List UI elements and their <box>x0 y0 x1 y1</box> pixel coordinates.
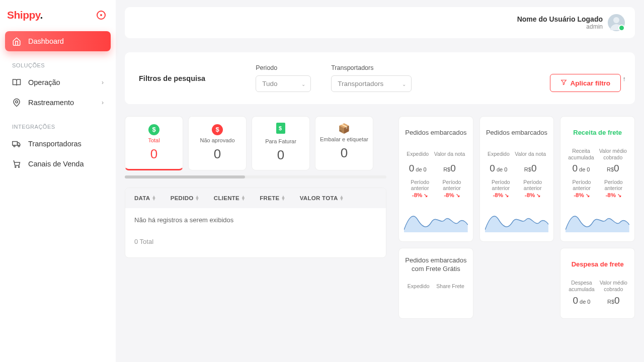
metric-prev-label: Período anterior <box>517 179 548 191</box>
metric-prev-label: Período anterior <box>485 179 517 191</box>
sort-icon: ▲▼ <box>241 196 246 201</box>
metric-card: Pedidos embarcadosExpedido0 de 0Valor da… <box>398 116 473 242</box>
truck-icon <box>12 139 21 148</box>
brand-logo: Shippy. <box>7 9 43 21</box>
metric-value: 0 de 0 <box>566 295 597 306</box>
transportadors-select[interactable]: Transportadors⌄ <box>331 75 412 92</box>
sidebar-item-rastreamento[interactable]: Rastreamento › <box>5 93 111 113</box>
metric-card: Receita de freteReceita acumulada0 de 0V… <box>560 116 635 242</box>
metric-card: Despesa de freteDespesa acumulada0 de 0V… <box>560 248 635 318</box>
target-icon[interactable] <box>97 11 106 20</box>
table-column-header[interactable]: DATA▲▼ <box>134 195 156 201</box>
arrow-down-right-icon: ↘ <box>424 193 428 198</box>
table-column-header[interactable]: CLIENTE▲▼ <box>214 195 246 201</box>
metric-col-label: Expedido <box>408 280 430 293</box>
sidebar-item-canais[interactable]: Canais de Venda <box>5 154 111 174</box>
sidebar: Shippy. Dashboard SOLUÇÕES Operação › Ra… <box>0 0 116 362</box>
arrow-down-right-icon: ↘ <box>586 193 590 198</box>
arrow-down-right-icon: ↘ <box>617 193 621 198</box>
table-column-header[interactable]: FRETE▲▼ <box>260 195 285 201</box>
metric-card: Pedidos embarcadosExpedido0 de 0Valor da… <box>479 116 554 242</box>
metric-delta: -8% ↘ <box>436 192 467 198</box>
metric-value: R$0 <box>597 163 629 174</box>
metric-card: Pedidos embarcados com Frete GrátisExped… <box>398 248 473 318</box>
sidebar-item-label: Canais de Venda <box>28 160 84 168</box>
filters-panel: Filtros de pesquisa Periodo Tudo⌄ Transp… <box>125 52 635 104</box>
metric-value: 0 de 0 <box>407 163 429 174</box>
svg-point-0 <box>16 101 18 103</box>
horizontal-scrollbar[interactable] <box>125 175 386 178</box>
sidebar-item-label: Rastreamento <box>28 99 74 107</box>
svg-point-2 <box>14 145 15 147</box>
apply-filter-button[interactable]: Aplicar filtro <box>550 74 621 92</box>
filters-title: Filtros de pesquisa <box>139 74 205 82</box>
sidebar-item-label: Transportadoras <box>28 140 82 148</box>
sidebar-item-label: Dashboard <box>28 37 64 45</box>
metric-value: 0 de 0 <box>488 163 510 174</box>
svg-point-3 <box>18 145 20 147</box>
metric-delta: -8% ↘ <box>404 192 436 198</box>
stat-value: 0 <box>129 146 179 162</box>
chevron-right-icon: › <box>102 79 104 86</box>
collapse-arrow-icon[interactable]: ↑ <box>623 74 626 82</box>
metric-prev-label: Período anterior <box>598 179 629 191</box>
stat-value: 0 <box>319 145 369 161</box>
sidebar-item-transportadoras[interactable]: Transportadoras <box>5 134 111 154</box>
metric-col-label: Expedido <box>488 148 510 161</box>
stat-value: 0 <box>193 146 242 162</box>
sidebar-item-dashboard[interactable]: Dashboard <box>5 31 111 51</box>
user-name: Nome do Usuário Logado <box>517 15 603 23</box>
metric-value: 0 de 0 <box>566 163 596 174</box>
chevron-down-icon: ⌄ <box>402 81 406 86</box>
metric-col-label: Valor da nota <box>515 148 546 161</box>
table-column-header[interactable]: PEDIDO▲▼ <box>171 195 200 201</box>
stat-card[interactable]: 📦Embalar e etiquetar0 <box>315 116 373 170</box>
arrow-down-right-icon: ↘ <box>456 193 460 198</box>
metric-title: Despesa de frete <box>566 255 629 274</box>
invoice-icon <box>276 123 285 134</box>
metric-delta: -8% ↘ <box>485 192 517 198</box>
metric-delta: -8% ↘ <box>566 192 597 198</box>
metric-value: R$0 <box>598 295 629 306</box>
cart-icon <box>12 159 21 168</box>
periodo-select[interactable]: Tudo⌄ <box>256 75 311 92</box>
topbar: Nome do Usuário Logado admin <box>125 7 635 38</box>
user-block[interactable]: Nome do Usuário Logado admin <box>517 14 625 31</box>
user-role: admin <box>517 23 603 30</box>
metric-title: Pedidos embarcados <box>485 124 549 142</box>
metric-col-label: Despesa acumulada <box>566 280 597 293</box>
stat-label: Total <box>129 137 179 143</box>
stat-card[interactable]: $Total0 <box>125 116 183 170</box>
svg-point-4 <box>15 166 16 167</box>
sidebar-item-operacao[interactable]: Operação › <box>5 72 111 93</box>
avatar[interactable] <box>608 14 625 31</box>
home-icon <box>12 37 21 46</box>
sort-icon: ▲▼ <box>195 196 200 201</box>
sparkline-chart <box>485 207 549 232</box>
metric-col-label: Valor médio cobrado <box>598 280 629 293</box>
dollar-icon: $ <box>212 124 223 135</box>
metric-delta: -8% ↘ <box>517 192 548 198</box>
table-column-header[interactable]: VALOR TOTA▲▼ <box>300 195 344 201</box>
sort-icon: ▲▼ <box>281 196 286 201</box>
metric-title: Pedidos embarcados com Frete Grátis <box>404 255 468 274</box>
orders-table: DATA▲▼PEDIDO▲▼CLIENTE▲▼FRETE▲▼VALOR TOTA… <box>125 188 386 258</box>
arrow-down-right-icon: ↘ <box>505 193 509 198</box>
sort-icon: ▲▼ <box>340 196 344 201</box>
filter-icon <box>560 79 567 87</box>
metric-col-label: Valor da nota <box>434 148 465 161</box>
book-icon <box>12 78 21 87</box>
box-icon: 📦 <box>338 123 350 134</box>
metric-prev-label: Período anterior <box>436 179 467 191</box>
stat-card[interactable]: $Não aprovado0 <box>188 116 247 170</box>
sparkline-chart <box>404 207 468 232</box>
metric-col-label: Valor médio cobrado <box>597 148 629 161</box>
chevron-down-icon: ⌄ <box>301 81 305 86</box>
sidebar-item-label: Operação <box>28 78 60 86</box>
metric-title: Receita de frete <box>566 124 629 142</box>
dollar-icon: $ <box>148 124 159 135</box>
stat-card[interactable]: Para Faturar0 <box>252 116 310 170</box>
metric-value: R$0 <box>515 163 546 174</box>
metric-prev-label: Período anterior <box>566 179 597 191</box>
chevron-right-icon: › <box>102 99 104 106</box>
